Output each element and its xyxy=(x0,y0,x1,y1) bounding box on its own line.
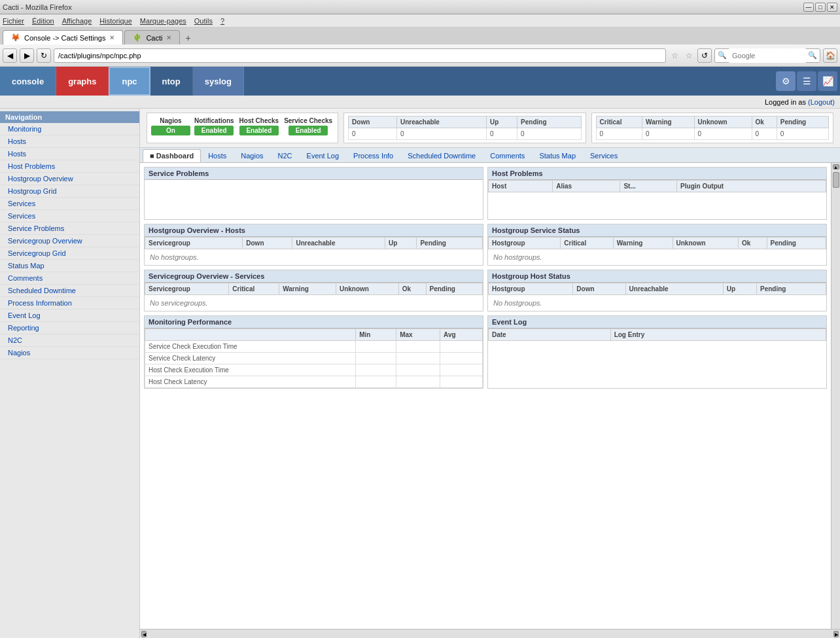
sidebar-item-hostgroup-grid[interactable]: Hostgroup Grid xyxy=(0,185,139,198)
nav-tab-ntop[interactable]: ntop xyxy=(150,67,193,96)
sidebar-item-hostgroup-overview[interactable]: Hostgroup Overview xyxy=(0,173,139,185)
host-status-col-pending: Pending xyxy=(517,116,581,128)
service-checks-label: Service Checks xyxy=(283,116,334,126)
host-up-value: 0 xyxy=(487,128,517,140)
maximize-button[interactable]: □ xyxy=(815,3,826,12)
refresh-button[interactable]: ↺ xyxy=(697,48,712,63)
sidebar-item-event-log[interactable]: Event Log xyxy=(0,310,139,322)
home-button[interactable]: 🏠 xyxy=(823,48,837,63)
panel-service-problems: Service Problems xyxy=(144,167,483,220)
tab-console-cacti[interactable]: 🦊 Console -> Cacti Settings ✕ xyxy=(3,30,123,44)
svc-critical-value: 0 xyxy=(596,128,642,140)
tab-favicon: 🦊 xyxy=(11,33,20,42)
search-go-icon[interactable]: 🔍 xyxy=(808,51,817,60)
scrollbar-right-arrow[interactable]: ▶ xyxy=(833,631,839,637)
menu-marque-pages[interactable]: Marque-pages xyxy=(140,17,186,25)
sidebar-item-hosts2[interactable]: Hosts xyxy=(0,148,139,160)
tab-event-log[interactable]: Event Log xyxy=(300,149,347,162)
mp-row-host-latency: Host Check Latency xyxy=(145,376,356,388)
minimize-button[interactable]: — xyxy=(803,3,814,12)
tab-close-button2[interactable]: ✕ xyxy=(166,34,171,41)
search-input[interactable] xyxy=(728,48,807,63)
nav-tab-npc[interactable]: npc xyxy=(109,67,150,96)
host-down-value: 0 xyxy=(349,128,397,140)
bottom-scrollbar[interactable]: ◀ ▶ xyxy=(140,629,840,638)
menu-outils[interactable]: Outils xyxy=(194,17,213,25)
forward-button[interactable]: ▶ xyxy=(20,48,34,63)
sidebar-section-header: Navigation xyxy=(0,111,139,123)
browser-menubar: Fichier Édition Affichage Historique Mar… xyxy=(0,14,840,27)
hhs-col-pending: Pending xyxy=(756,283,826,295)
tab-hosts[interactable]: Hosts xyxy=(201,149,234,162)
service-checks-col: Service Checks Enabled xyxy=(283,116,334,135)
bookmark-star2-icon: ☆ xyxy=(683,48,695,63)
menu-fichier[interactable]: Fichier xyxy=(3,17,24,25)
url-bar[interactable] xyxy=(54,48,666,63)
host-problems-body xyxy=(488,192,826,219)
mp-host-exec-max xyxy=(396,364,440,376)
tab-comments[interactable]: Comments xyxy=(483,149,532,162)
menu-historique[interactable]: Historique xyxy=(99,17,132,25)
menu-edition[interactable]: Édition xyxy=(32,17,54,25)
mp-svc-exec-avg xyxy=(440,341,483,353)
nav-tab-graphs[interactable]: graphs xyxy=(56,67,109,96)
sidebar-item-reporting[interactable]: Reporting xyxy=(0,322,139,334)
el-col-log-entry: Log Entry xyxy=(610,329,826,341)
sidebar-item-host-problems[interactable]: Host Problems xyxy=(0,160,139,173)
nav-tab-syslog[interactable]: syslog xyxy=(193,67,244,96)
tab-scheduled-downtime[interactable]: Scheduled Downtime xyxy=(400,149,483,162)
tab-close-button[interactable]: ✕ xyxy=(109,34,114,41)
sgo-col-pending: Pending xyxy=(426,283,482,295)
sidebar-item-hosts1[interactable]: Hosts xyxy=(0,135,139,148)
sidebar-item-process-information[interactable]: Process Information xyxy=(0,297,139,310)
hhs-col-down: Down xyxy=(573,283,625,295)
sidebar-item-servicegroup-grid[interactable]: Servicegroup Grid xyxy=(0,247,139,260)
nav-tabs: console graphs npc ntop syslog xyxy=(0,67,244,96)
logout-link[interactable]: (Logout) xyxy=(808,98,835,106)
sidebar-item-scheduled-downtime[interactable]: Scheduled Downtime xyxy=(0,285,139,297)
mp-host-lat-min xyxy=(356,376,396,388)
scrollbar-thumb[interactable] xyxy=(833,172,839,188)
nagios-col: Nagios On xyxy=(151,116,190,135)
sidebar-item-services2[interactable]: Services xyxy=(0,210,139,222)
tab-n2c[interactable]: N2C xyxy=(271,149,300,162)
new-tab-button[interactable]: + xyxy=(181,31,194,44)
svc-col-unknown: Unknown xyxy=(694,116,752,128)
settings-icon[interactable]: ⚙ xyxy=(776,71,796,91)
sgo-col-warning: Warning xyxy=(279,283,336,295)
tab-nagios[interactable]: Nagios xyxy=(234,149,270,162)
menu-icon[interactable]: ☰ xyxy=(797,71,816,91)
sidebar-item-services1[interactable]: Services xyxy=(0,198,139,210)
tab-services[interactable]: Services xyxy=(583,149,625,162)
bookmark-star-icon[interactable]: ☆ xyxy=(669,48,680,63)
menu-affichage[interactable]: Affichage xyxy=(62,17,92,25)
scrollbar-left-arrow[interactable]: ◀ xyxy=(141,631,147,637)
nagios-status-inner: Nagios On Notifications Enabled Host Che… xyxy=(147,113,338,138)
tab-cacti[interactable]: 🌵 Cacti ✕ xyxy=(124,30,180,44)
sidebar-item-status-map[interactable]: Status Map xyxy=(0,260,139,272)
host-problems-col-status: St... xyxy=(620,181,677,192)
right-scrollbar[interactable]: ▲ xyxy=(831,163,840,629)
svc-col-critical: Critical xyxy=(596,116,642,128)
host-unreachable-value: 0 xyxy=(396,128,486,140)
close-button[interactable]: ✕ xyxy=(827,3,837,12)
back-button[interactable]: ◀ xyxy=(3,48,17,63)
tab-status-map[interactable]: Status Map xyxy=(532,149,583,162)
sidebar-item-monitoring[interactable]: Monitoring xyxy=(0,123,139,135)
sidebar-item-nagios[interactable]: Nagios xyxy=(0,347,139,359)
nav-tab-console[interactable]: console xyxy=(0,67,56,96)
menu-help[interactable]: ? xyxy=(220,17,224,25)
tab-process-info[interactable]: Process Info xyxy=(346,149,400,162)
reload-button[interactable]: ↻ xyxy=(37,48,51,63)
tab-dashboard[interactable]: ■ Dashboard xyxy=(143,149,201,162)
sidebar-item-n2c[interactable]: N2C xyxy=(0,334,139,347)
app-subheader: Logged in as (Logout) xyxy=(0,96,840,109)
panel-monitoring-performance-header: Monitoring Performance xyxy=(145,316,483,328)
sidebar-item-service-problems[interactable]: Service Problems xyxy=(0,222,139,235)
sidebar-item-servicegroup-overview[interactable]: Servicegroup Overview xyxy=(0,235,139,247)
chart-icon[interactable]: 📈 xyxy=(818,71,837,91)
scrollbar-up-arrow[interactable]: ▲ xyxy=(833,164,839,169)
dashboard-content: Service Problems Host Problems Host Alia… xyxy=(140,163,831,629)
sidebar-item-comments[interactable]: Comments xyxy=(0,272,139,285)
mp-svc-lat-max xyxy=(396,353,440,364)
